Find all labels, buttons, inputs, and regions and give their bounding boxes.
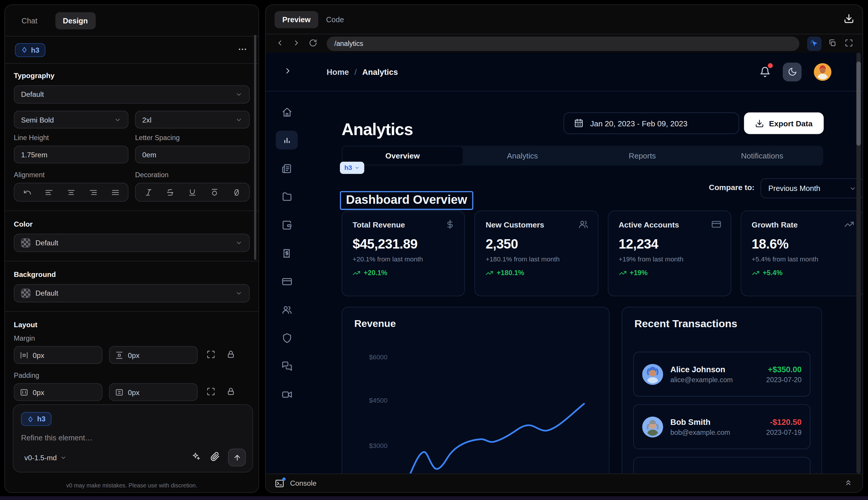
margin-lock-button[interactable] <box>224 348 237 361</box>
console-label: Console <box>290 479 316 487</box>
sidebar-item-wallet[interactable] <box>276 216 298 234</box>
back-button[interactable] <box>274 37 286 50</box>
newspaper-icon <box>281 163 292 174</box>
sidebar-item-shield[interactable] <box>276 328 298 347</box>
underline-button[interactable] <box>183 184 202 200</box>
chevron-down-icon <box>235 116 243 123</box>
color-select[interactable]: Default <box>14 234 250 252</box>
margin-x-input[interactable]: 0px <box>14 346 102 364</box>
stats-row: Total Revenue$45,231.89+20.1% from last … <box>342 211 863 296</box>
stat-title: Total Revenue <box>353 220 454 229</box>
transaction-amount: -$120.50 <box>770 417 801 426</box>
forward-button[interactable] <box>290 37 302 50</box>
copy-icon <box>828 38 836 47</box>
composer-placeholder[interactable]: Refine this element… <box>21 434 245 442</box>
download-button[interactable] <box>840 13 853 26</box>
tab-analytics[interactable]: Analytics <box>463 147 582 164</box>
align-justify-button[interactable] <box>106 184 125 200</box>
element-menu-button[interactable] <box>234 43 248 57</box>
clear-decoration-button[interactable] <box>227 184 246 200</box>
element-diamond-icon <box>27 416 34 422</box>
ellipsis-icon <box>238 44 247 54</box>
breadcrumb-home[interactable]: Home <box>327 67 349 76</box>
window-bottom-edge <box>0 496 868 500</box>
trending-up-icon <box>619 269 627 277</box>
refine-composer[interactable]: h3 Refine this element… v0-1.5-md <box>13 405 253 473</box>
align-right-button[interactable] <box>84 184 102 200</box>
model-selector[interactable]: v0-1.5-md <box>21 453 70 462</box>
selected-element-badge[interactable]: h3 <box>15 43 46 57</box>
video-icon <box>281 389 292 400</box>
sidebar-item-messages[interactable] <box>276 357 298 375</box>
padding-y-input[interactable]: 0px <box>109 383 198 401</box>
notifications-button[interactable] <box>760 66 771 77</box>
viewport-scrollbar-thumb[interactable] <box>856 61 861 146</box>
fullscreen-button[interactable] <box>843 37 855 50</box>
tab-reports[interactable]: Reports <box>582 147 702 164</box>
sidebar-item-newspaper[interactable] <box>276 159 298 178</box>
theme-toggle-button[interactable] <box>783 62 801 81</box>
sidebar-item-users[interactable] <box>276 300 298 319</box>
transaction-row[interactable]: Alice Johnson+$350.00alice@example.com20… <box>633 352 810 397</box>
sidebar-item-folder[interactable] <box>276 187 298 206</box>
console-bar[interactable]: Console <box>266 474 863 492</box>
strikethrough-button[interactable] <box>161 184 180 200</box>
compare-select[interactable]: Previous Month <box>761 178 863 198</box>
send-button[interactable] <box>228 448 246 466</box>
stat-value: 18.6% <box>752 237 853 252</box>
font-weight-select[interactable]: Semi Bold <box>14 111 128 129</box>
tab-code[interactable]: Code <box>318 11 351 28</box>
line-height-input[interactable]: 1.75rem <box>14 146 128 163</box>
letter-spacing-input[interactable]: 0em <box>135 146 250 163</box>
padding-expand-button[interactable] <box>204 385 218 399</box>
font-size-select[interactable]: 2xl <box>135 111 250 129</box>
enhance-prompt-button[interactable] <box>190 452 202 463</box>
selection-tag-chip[interactable]: h3 <box>340 162 364 174</box>
overline-button[interactable] <box>205 184 223 200</box>
export-data-button[interactable]: Export Data <box>744 113 824 134</box>
padding-lock-button[interactable] <box>224 385 237 399</box>
padding-x-input[interactable]: 0px <box>14 383 102 401</box>
italic-button[interactable] <box>139 184 158 200</box>
refresh-button[interactable] <box>306 37 319 50</box>
section-heading-selected[interactable]: Dashboard Overview <box>340 191 473 209</box>
stat-value: 12,234 <box>619 237 720 252</box>
transaction-name: Alice Johnson <box>670 365 725 373</box>
duplicate-button[interactable] <box>826 37 838 50</box>
font-family-select[interactable]: Default <box>14 86 250 104</box>
background-swatch <box>21 288 31 298</box>
tab-design[interactable]: Design <box>55 12 95 29</box>
attach-file-button[interactable] <box>209 452 220 463</box>
background-select[interactable]: Default <box>14 284 250 303</box>
sidebar-toggle-button[interactable] <box>280 65 293 78</box>
tab-notifications[interactable]: Notifications <box>702 147 822 164</box>
margin-expand-button[interactable] <box>204 348 218 361</box>
date-range-button[interactable]: Jan 20, 2023 - Feb 09, 2023 <box>564 113 739 134</box>
user-avatar[interactable] <box>814 63 832 81</box>
inspect-pointer-button[interactable] <box>807 36 822 50</box>
align-left-button[interactable] <box>40 184 58 200</box>
transaction-row-clipped[interactable] <box>633 457 810 474</box>
align-center-button[interactable] <box>62 184 80 200</box>
sidebar-item-credit-card[interactable] <box>276 272 298 291</box>
tab-chat[interactable]: Chat <box>14 12 45 29</box>
lock-icon <box>227 387 235 396</box>
sidebar-item-receipt[interactable] <box>276 243 298 262</box>
slash-zero-icon <box>232 188 241 196</box>
sidebar-item-video[interactable] <box>276 385 298 404</box>
sidebar-item-house[interactable] <box>276 102 298 121</box>
margin-y-input[interactable]: 0px <box>109 346 198 364</box>
strikethrough-icon <box>166 188 174 196</box>
reset-alignment-button[interactable] <box>18 184 36 200</box>
composer-element-chip[interactable]: h3 <box>21 412 52 426</box>
receipt-icon <box>281 248 292 259</box>
export-label: Export Data <box>769 119 812 127</box>
margin-label: Margin <box>14 334 250 342</box>
transaction-row[interactable]: Bob Smith-$120.50bob@example.com2023-07-… <box>633 405 810 449</box>
transaction-name: Bob Smith <box>670 417 710 426</box>
tab-preview[interactable]: Preview <box>275 11 318 28</box>
sidebar-item-bar-chart[interactable] <box>276 131 298 149</box>
panel-scrollbar[interactable] <box>254 35 256 260</box>
console-expand-button[interactable] <box>843 478 854 489</box>
url-input[interactable]: /analytics <box>327 36 800 50</box>
